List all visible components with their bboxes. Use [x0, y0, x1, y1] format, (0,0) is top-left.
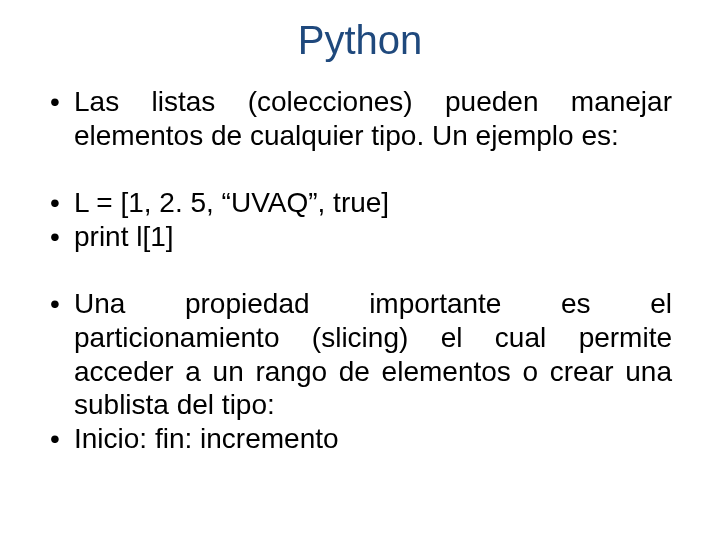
- bullet-item: print l[1]: [48, 220, 672, 254]
- bullet-item: L = [1, 2. 5, “UVAQ”, true]: [48, 186, 672, 220]
- spacer: [48, 253, 672, 287]
- bullet-item: Una propiedad importante es el particion…: [48, 287, 672, 421]
- slide-title: Python: [48, 18, 672, 63]
- spacer: [48, 152, 672, 186]
- bullet-item: Las listas (colecciones) pueden manejar …: [48, 85, 672, 152]
- bullet-item: Inicio: fin: incremento: [48, 422, 672, 456]
- slide: Python Las listas (colecciones) pueden m…: [0, 0, 720, 540]
- bullet-list: Las listas (colecciones) pueden manejar …: [48, 85, 672, 455]
